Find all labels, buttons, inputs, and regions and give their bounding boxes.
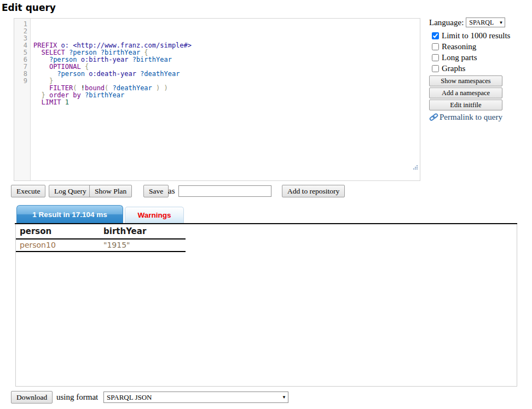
tab-results[interactable]: 1 Result in 17.104 ms (16, 205, 123, 223)
option-checkbox-row: Limit to 1000 results (429, 30, 517, 41)
code-line[interactable]: ?person o:birth-year ?birthYear (33, 56, 420, 63)
option-checkbox-label: Limit to 1000 results (442, 31, 510, 40)
permalink-link[interactable]: Permalink to query (429, 113, 517, 122)
show-namespaces-button[interactable]: Show namespaces (429, 75, 502, 86)
option-checkbox-label: Reasoning (442, 42, 476, 51)
code-token (33, 84, 49, 92)
editor-gutter: 123456789 (14, 19, 31, 180)
code-line[interactable]: ?person o:death-year ?deathYear (33, 71, 420, 78)
option-checkbox[interactable] (432, 43, 439, 50)
code-token: ?person (49, 56, 77, 63)
results-table: personbirthYear person10"1915" (16, 225, 186, 252)
code-token: ?birthYear (85, 91, 124, 99)
code-token: ?birthYear (101, 49, 140, 56)
query-toolbar: Execute Log Query Show Plan Save as Add … (0, 185, 532, 198)
code-token: by (73, 91, 80, 99)
download-button[interactable]: Download (11, 391, 53, 404)
result-resource-cell[interactable]: person10 (16, 239, 100, 252)
code-token (45, 91, 49, 99)
editor-code[interactable]: PREFIX o: <http://www.franz.com/simple#>… (31, 19, 420, 180)
code-token: LIMIT (41, 98, 61, 106)
options-buttons: Show namespacesAdd a namespaceEdit initf… (429, 75, 517, 110)
options-panel: Language: SPARQL ▼ Limit to 1000 results… (429, 17, 517, 122)
code-token: ?deathYear (113, 84, 152, 92)
results-table-body: person10"1915" (16, 239, 186, 252)
table-row: person10"1915" (16, 239, 186, 252)
execute-button[interactable]: Execute (11, 185, 45, 197)
format-select-value: SPARQL JSON (107, 393, 152, 402)
code-token (33, 56, 49, 63)
code-token: o:death-year (89, 70, 136, 78)
code-token (97, 49, 101, 56)
using-format-label: using format (56, 393, 98, 402)
code-token (65, 49, 69, 56)
edit-query-page: Edit query 123456789 PREFIX o: <http://w… (0, 0, 532, 409)
option-checkbox-row: Reasoning (429, 41, 517, 52)
result-literal-cell: "1915" (100, 239, 186, 252)
code-token (33, 91, 41, 99)
save-as-label: as (168, 186, 175, 196)
code-token (61, 98, 65, 106)
results-table-head-row: personbirthYear (16, 225, 186, 239)
column-header: birthYear (100, 225, 186, 239)
chevron-down-icon: ▼ (499, 20, 503, 25)
code-line[interactable]: } order by ?birthYear (33, 92, 420, 99)
add-to-repository-button[interactable]: Add to repository (282, 185, 345, 197)
code-token: order (49, 91, 69, 99)
option-checkbox-row: Graphs (429, 63, 517, 74)
results-panel: personbirthYear person10"1915" (15, 224, 517, 387)
code-token (128, 56, 132, 63)
code-token (108, 84, 112, 92)
code-token (81, 63, 85, 71)
code-token: bound (85, 84, 105, 92)
code-token: ( (73, 84, 77, 92)
edit-initfile-button[interactable]: Edit initfile (429, 100, 502, 110)
code-token: PREFIX (33, 42, 57, 49)
code-token: ?person (57, 70, 85, 78)
code-token: <http://www.franz.com/simple#> (73, 42, 192, 49)
chevron-down-icon: ▼ (282, 395, 286, 400)
code-token (152, 84, 156, 92)
code-token: SELECT (41, 49, 65, 56)
option-checkbox[interactable] (432, 65, 439, 72)
code-token: 1 (65, 98, 69, 106)
add-a-namespace-button[interactable]: Add a namespace (429, 87, 502, 98)
code-token: } (41, 91, 45, 99)
save-name-input[interactable] (178, 185, 271, 197)
option-checkbox-row: Long parts (429, 52, 517, 63)
resize-grip-icon[interactable] (380, 157, 418, 179)
query-editor[interactable]: 123456789 PREFIX o: <http://www.franz.co… (14, 18, 420, 181)
code-token (81, 91, 85, 99)
code-token: ?birthYear (132, 56, 172, 63)
code-line[interactable]: LIMIT 1 (33, 99, 420, 106)
page-title: Edit query (2, 2, 56, 13)
code-token: ! (81, 84, 85, 92)
code-token (33, 77, 49, 85)
code-token (33, 63, 49, 71)
log-query-button[interactable]: Log Query (49, 185, 92, 197)
code-token: { (144, 49, 148, 56)
code-token: ?deathYear (140, 70, 180, 78)
language-select[interactable]: SPARQL ▼ (466, 17, 505, 27)
language-label: Language: (429, 18, 464, 27)
code-token: ) (164, 84, 168, 92)
language-select-value: SPARQL (469, 19, 494, 27)
tab-warnings[interactable]: Warnings (125, 207, 184, 223)
option-checkbox[interactable] (432, 54, 439, 61)
code-token: o:birth-year (81, 56, 129, 63)
option-checkbox[interactable] (432, 32, 439, 39)
option-checkbox-label: Graphs (442, 64, 465, 73)
show-plan-button[interactable]: Show Plan (89, 185, 132, 197)
permalink-label: Permalink to query (440, 113, 502, 122)
code-token (77, 84, 81, 92)
line-number: 9 (14, 78, 27, 85)
format-select[interactable]: SPARQL JSON ▼ (103, 392, 288, 403)
results-tabs: 1 Result in 17.104 msWarnings (16, 205, 184, 223)
save-button[interactable]: Save (143, 185, 169, 197)
code-token (33, 49, 41, 56)
code-token: } (49, 77, 53, 85)
code-token (33, 98, 41, 106)
chain-link-icon (429, 113, 438, 122)
code-token: OPTIONAL (49, 63, 81, 71)
code-token (33, 70, 57, 78)
